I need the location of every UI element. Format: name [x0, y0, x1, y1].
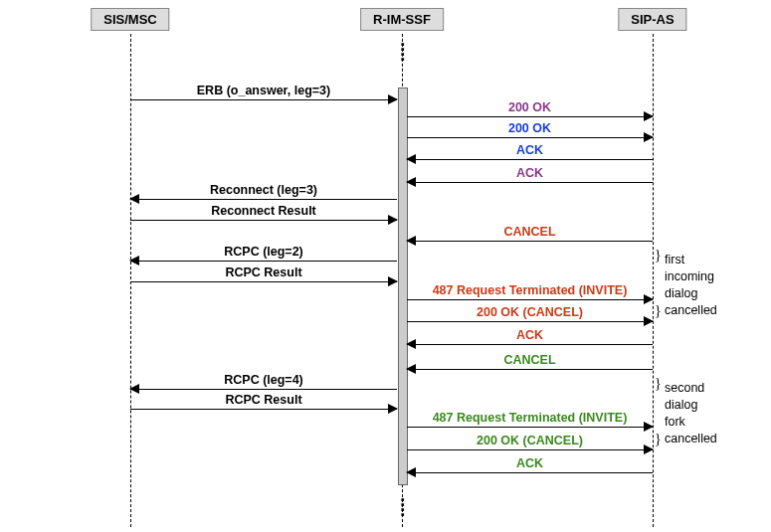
- annotation-line: cancelled: [665, 431, 717, 447]
- message-label: RCPC Result: [130, 266, 397, 279]
- ellipsis-dots-0: ▪▪▪▪: [399, 42, 407, 62]
- message-m5: ACK: [407, 182, 653, 200]
- message-label: ACK: [407, 328, 653, 342]
- message-label: RCPC Result: [130, 393, 397, 407]
- annotation-line: dialog: [665, 285, 717, 302]
- message-label: ACK: [407, 166, 653, 180]
- message-m14: CANCEL: [407, 369, 653, 387]
- annotation-line: cancelled: [665, 302, 717, 319]
- participant-p3: SIP-AS: [618, 8, 686, 31]
- annotation-line: second: [665, 380, 717, 397]
- annotation-n2: seconddialogforkcancelled: [665, 380, 717, 447]
- ellipsis-dots-1: ▪▪▪▪: [399, 497, 407, 517]
- message-label: ACK: [407, 143, 653, 157]
- annotation-line: dialog: [665, 397, 717, 414]
- annotation-n1: firstincomingdialogcancelled: [665, 252, 717, 319]
- message-label: RCPC (leg=2): [130, 245, 397, 259]
- brace-icon: }: [655, 248, 662, 264]
- message-label: 200 OK: [407, 100, 653, 114]
- message-label: 200 OK (CANCEL): [407, 434, 653, 447]
- participant-p2: R-IM-SSF: [360, 8, 444, 31]
- message-label: Reconnect (leg=3): [130, 183, 397, 197]
- message-label: ACK: [407, 456, 653, 470]
- annotation-line: incoming: [665, 268, 717, 285]
- message-label: 487 Request Terminated (INVITE): [407, 283, 653, 297]
- brace-icon: }: [655, 303, 662, 319]
- message-label: 487 Request Terminated (INVITE): [407, 411, 653, 425]
- message-m10: RCPC Result: [130, 281, 397, 299]
- message-label: CANCEL: [407, 353, 653, 367]
- annotation-line: first: [665, 252, 717, 268]
- message-m8: CANCEL: [407, 241, 653, 259]
- message-m16: RCPC Result: [130, 409, 397, 427]
- message-label: Reconnect Result: [130, 204, 397, 218]
- message-m1: ERB (o_answer, leg=3): [130, 99, 397, 117]
- message-label: 200 OK: [407, 121, 653, 135]
- annotation-line: fork: [665, 414, 717, 431]
- message-label: ERB (o_answer, leg=3): [130, 84, 397, 97]
- message-label: RCPC (leg=4): [130, 373, 397, 387]
- brace-icon: }: [655, 376, 662, 392]
- message-label: 200 OK (CANCEL): [407, 305, 653, 319]
- message-m19: ACK: [407, 472, 653, 490]
- brace-icon: }: [655, 432, 662, 447]
- participant-p1: SIS/MSC: [91, 8, 169, 31]
- message-label: CANCEL: [407, 225, 653, 239]
- message-m7: Reconnect Result: [130, 220, 397, 238]
